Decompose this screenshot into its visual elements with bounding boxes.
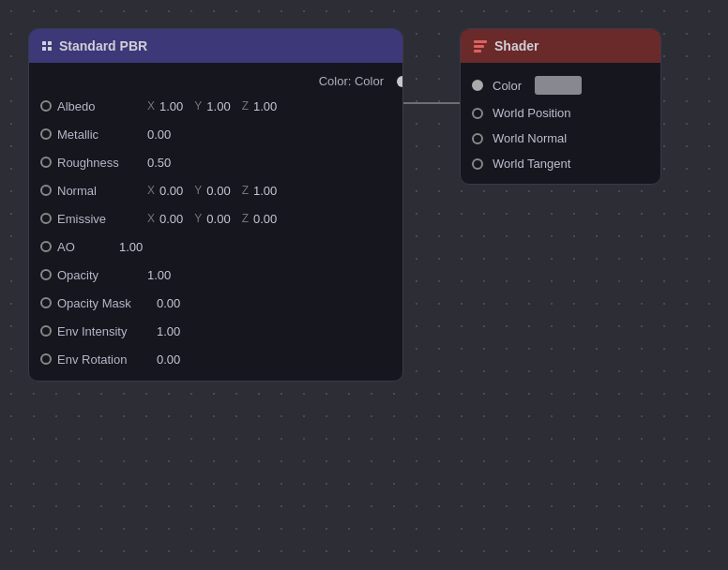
socket-roughness[interactable] xyxy=(40,157,52,168)
socket-world-normal[interactable] xyxy=(472,133,483,144)
shader-row-color: Color xyxy=(461,70,660,100)
shader-row-world-normal: World Normal xyxy=(461,126,660,151)
pbr-color-output-socket[interactable] xyxy=(397,76,403,87)
opacity-mask-value[interactable]: 0.00 xyxy=(157,296,180,310)
emissive-y-value[interactable]: 0.00 xyxy=(206,212,230,226)
shader-world-tangent-label: World Tangent xyxy=(493,157,570,171)
shader-node-title: Shader xyxy=(494,38,538,53)
albedo-z-label: Z xyxy=(242,99,249,112)
metallic-label: Metallic xyxy=(57,128,142,142)
env-rotation-label: Env Rotation xyxy=(57,352,151,367)
shader-color-label: Color xyxy=(493,79,522,93)
socket-albedo[interactable] xyxy=(40,100,52,112)
pbr-row-opacity-mask: Opacity Mask 0.00 xyxy=(29,289,402,317)
pbr-row-albedo: Albedo X 1.00 Y 1.00 Z 1.00 xyxy=(29,92,402,120)
shader-world-position-label: World Position xyxy=(493,106,571,120)
metallic-value[interactable]: 0.00 xyxy=(147,128,171,142)
socket-opacity-mask[interactable] xyxy=(40,297,52,308)
roughness-value[interactable]: 0.50 xyxy=(147,156,171,170)
env-intensity-value[interactable]: 1.00 xyxy=(157,324,180,338)
shader-color-swatch[interactable] xyxy=(535,76,582,95)
roughness-label: Roughness xyxy=(57,156,142,170)
normal-values: X 0.00 Y 0.00 Z 1.00 xyxy=(147,184,391,198)
socket-world-tangent[interactable] xyxy=(472,158,483,170)
emissive-y-label: Y xyxy=(194,212,202,225)
shader-node-icon xyxy=(474,40,487,52)
albedo-z-value[interactable]: 1.00 xyxy=(253,99,277,113)
normal-y-label: Y xyxy=(194,184,202,197)
socket-metallic[interactable] xyxy=(40,128,52,140)
pbr-node-header: Standard PBR xyxy=(29,29,402,63)
socket-env-intensity[interactable] xyxy=(40,325,52,337)
socket-normal[interactable] xyxy=(40,185,52,196)
shader-row-world-position: World Position xyxy=(461,100,660,126)
pbr-row-emissive: Emissive X 0.00 Y 0.00 Z 0.00 xyxy=(29,204,402,232)
emissive-z-label: Z xyxy=(242,212,249,225)
socket-opacity[interactable] xyxy=(40,269,52,280)
albedo-y-label: Y xyxy=(194,99,202,112)
pbr-row-env-rotation: Env Rotation 0.00 xyxy=(29,345,402,373)
shader-node: Shader Color World Position World Normal… xyxy=(460,28,661,185)
emissive-x-label: X xyxy=(147,212,155,225)
shader-node-body: Color World Position World Normal World … xyxy=(461,63,660,184)
pbr-row-ao: AO 1.00 xyxy=(29,232,402,261)
shader-node-header: Shader xyxy=(461,29,660,63)
pbr-row-normal: Normal X 0.00 Y 0.00 Z 1.00 xyxy=(29,176,402,204)
albedo-x-label: X xyxy=(147,99,155,112)
shader-row-world-tangent: World Tangent xyxy=(461,151,660,176)
opacity-mask-label: Opacity Mask xyxy=(57,296,151,310)
pbr-node-title: Standard PBR xyxy=(59,38,147,53)
albedo-x-value[interactable]: 1.00 xyxy=(159,99,183,113)
pbr-row-env-intensity: Env Intensity 1.00 xyxy=(29,317,402,345)
normal-y-value[interactable]: 0.00 xyxy=(206,184,230,198)
socket-world-position[interactable] xyxy=(472,108,483,119)
opacity-value[interactable]: 1.00 xyxy=(147,268,171,282)
env-intensity-label: Env Intensity xyxy=(57,324,151,338)
pbr-row-metallic: Metallic 0.00 xyxy=(29,120,402,148)
normal-x-label: X xyxy=(147,184,155,197)
socket-emissive[interactable] xyxy=(40,213,52,224)
env-rotation-value[interactable]: 0.00 xyxy=(157,352,180,367)
pbr-node-body: Color: Color Albedo X 1.00 Y 1.00 Z 1.00… xyxy=(29,63,402,381)
emissive-values: X 0.00 Y 0.00 Z 0.00 xyxy=(147,212,391,226)
pbr-color-output-row: Color: Color xyxy=(29,70,402,92)
albedo-label: Albedo xyxy=(57,99,142,113)
albedo-values: X 1.00 Y 1.00 Z 1.00 xyxy=(147,99,391,113)
albedo-y-value[interactable]: 1.00 xyxy=(206,99,230,113)
emissive-x-value[interactable]: 0.00 xyxy=(159,212,183,226)
emissive-label: Emissive xyxy=(57,212,142,226)
pbr-node: Standard PBR Color: Color Albedo X 1.00 … xyxy=(28,28,403,382)
pbr-node-icon xyxy=(42,41,52,51)
pbr-row-roughness: Roughness 0.50 xyxy=(29,148,402,176)
pbr-color-output-label: Color: Color xyxy=(319,74,384,88)
socket-ao[interactable] xyxy=(40,241,52,252)
pbr-row-opacity: Opacity 1.00 xyxy=(29,261,402,289)
socket-env-rotation[interactable] xyxy=(40,353,52,365)
normal-label: Normal xyxy=(57,184,142,198)
normal-z-value[interactable]: 1.00 xyxy=(253,184,277,198)
shader-world-normal-label: World Normal xyxy=(493,131,567,145)
socket-shader-color[interactable] xyxy=(472,80,483,91)
normal-x-value[interactable]: 0.00 xyxy=(159,184,183,198)
opacity-label: Opacity xyxy=(57,268,142,282)
normal-z-label: Z xyxy=(242,184,249,197)
ao-label: AO xyxy=(57,240,114,254)
emissive-z-value[interactable]: 0.00 xyxy=(253,212,277,226)
ao-value[interactable]: 1.00 xyxy=(119,240,143,254)
